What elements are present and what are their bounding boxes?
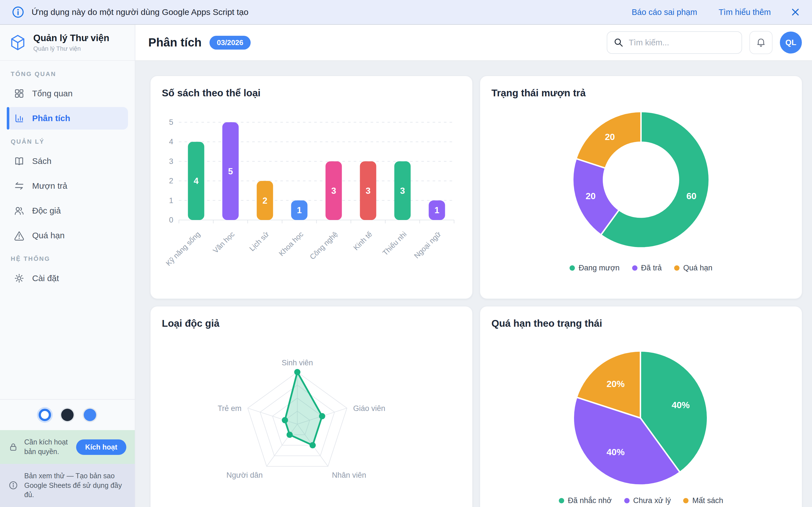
bar-value-label: 3 xyxy=(400,186,405,196)
section-label-overview: TỔNG QUAN xyxy=(11,70,124,78)
legend-marker xyxy=(624,498,629,503)
slice-value-label: 20 xyxy=(605,132,615,142)
radar-point-Sinh viên[interactable] xyxy=(294,369,301,375)
legend-item-Mất sách[interactable]: Mất sách xyxy=(683,496,723,505)
dashboard-icon xyxy=(13,88,25,99)
legend-marker xyxy=(559,498,564,503)
legend-marker xyxy=(674,265,679,271)
search-icon xyxy=(613,38,624,48)
legend-label: Chưa xử lý xyxy=(633,496,671,505)
card-books-by-category: Số sách theo thể loại 0123454Kỹ năng sốn… xyxy=(150,75,473,299)
sidebar-bottom: Cần kích hoạt bản quyền. Kích hoạt Bản x… xyxy=(0,399,135,507)
sidebar-item-cai-dat[interactable]: Cài đặt xyxy=(7,267,128,290)
legend-marker xyxy=(683,498,689,503)
radar-point-Giáo viên[interactable] xyxy=(319,413,325,419)
page-title: Phân tích xyxy=(148,36,202,49)
y-tick-label: 4 xyxy=(169,137,173,146)
banner-close-button[interactable] xyxy=(791,7,800,17)
bar-value-label: 1 xyxy=(297,205,302,215)
learn-more-link[interactable]: Tìm hiểu thêm xyxy=(719,8,771,17)
section-label-manage: QUẢN LÝ xyxy=(11,138,124,145)
radar-axis-label: Người dân xyxy=(226,471,263,480)
x-tick-label: Kỹ năng sống xyxy=(164,230,202,268)
bar-value-label: 3 xyxy=(331,186,336,196)
theme-dot-light[interactable] xyxy=(39,409,51,421)
sidebar-item-label: Quá hạn xyxy=(32,231,64,240)
radar-point-Trẻ em[interactable] xyxy=(282,417,288,424)
sidebar-item-muon-tra[interactable]: Mượn trả xyxy=(7,175,128,197)
banner-text: Ứng dụng này do một người dùng Google Ap… xyxy=(32,7,248,17)
notifications-button[interactable] xyxy=(749,31,772,54)
legend-item-Chưa xử lý[interactable]: Chưa xử lý xyxy=(624,496,671,505)
sidebar-item-tong-quan[interactable]: Tổng quan xyxy=(7,82,128,105)
slice-value-label: 20% xyxy=(606,379,624,389)
book-icon xyxy=(13,156,25,167)
app-subtitle: Quản lý Thư viện xyxy=(33,45,109,52)
sidebar-item-sach[interactable]: Sách xyxy=(7,150,128,172)
sidebar-nav: TỔNG QUAN Tổng quan Phân tích xyxy=(0,61,135,292)
search-input[interactable] xyxy=(629,38,735,47)
bar-value-label: 4 xyxy=(194,176,199,186)
content-area: Phân tích 03/2026 QL xyxy=(135,25,812,507)
trial-banner: Bản xem thử — Tạo bản sao Google Sheets … xyxy=(0,464,135,507)
legend-item-Đã nhắc nhở[interactable]: Đã nhắc nhở xyxy=(559,496,612,505)
card-title: Số sách theo thể loại xyxy=(162,87,461,99)
legend-item-Quá hạn[interactable]: Quá hạn xyxy=(674,264,712,272)
card-reader-types: Loại độc giả Sinh viênGiáo viênNhân viên… xyxy=(150,306,473,507)
slice-value-label: 60 xyxy=(687,191,697,201)
x-tick-label: Ngoại ngữ xyxy=(412,230,443,260)
radar-axis-label: Giáo viên xyxy=(353,404,385,413)
x-tick-label: Thiếu nhi xyxy=(381,230,408,257)
avatar[interactable]: QL xyxy=(780,32,802,54)
radar-axis-label: Trẻ em xyxy=(218,404,242,413)
license-banner: Cần kích hoạt bản quyền. Kích hoạt xyxy=(0,430,135,464)
sidebar-item-label: Sách xyxy=(32,156,51,166)
license-text: Cần kích hoạt bản quyền. xyxy=(24,438,70,457)
cube-logo-icon xyxy=(9,34,27,51)
legend-marker xyxy=(632,265,638,271)
radar-point-Người dân[interactable] xyxy=(287,432,293,438)
theme-dot-dark[interactable] xyxy=(61,409,73,421)
activate-button[interactable]: Kích hoạt xyxy=(76,439,126,455)
slice-value-label: 40% xyxy=(672,400,690,410)
warning-icon xyxy=(13,230,25,241)
y-tick-label: 2 xyxy=(169,177,173,185)
app-frame: Quản lý Thư viện Quản lý Thư viện TỔNG Q… xyxy=(0,25,812,507)
slice-value-label: 40% xyxy=(606,447,624,457)
section-label-system: HỆ THỐNG xyxy=(11,255,124,263)
sidebar-item-qua-han[interactable]: Quá hạn xyxy=(7,224,128,247)
sidebar-item-label: Độc giả xyxy=(32,206,61,216)
donut-legend: Đang mượnĐã trảQuá hạn xyxy=(492,264,791,272)
search-box xyxy=(607,31,742,54)
legend-marker xyxy=(569,265,575,271)
sidebar-item-phan-tich[interactable]: Phân tích xyxy=(7,107,128,129)
trial-text: Bản xem thử — Tạo bản sao Google Sheets … xyxy=(24,471,126,500)
theme-switcher xyxy=(0,399,135,430)
swap-arrows-icon xyxy=(13,180,25,191)
theme-dot-blue[interactable] xyxy=(84,409,96,421)
sidebar-item-label: Cài đặt xyxy=(32,274,59,283)
analytics-icon xyxy=(13,113,25,124)
radar-point-Nhân viên[interactable] xyxy=(310,442,316,448)
bar-value-label: 3 xyxy=(366,186,370,196)
gear-icon xyxy=(13,273,25,284)
slice-value-label: 20 xyxy=(586,191,596,201)
x-tick-label: Văn học xyxy=(211,230,236,255)
topbar: Phân tích 03/2026 QL xyxy=(135,25,812,61)
y-tick-label: 1 xyxy=(169,196,173,205)
card-title: Quá hạn theo trạng thái xyxy=(492,318,791,329)
legend-item-Đã trả[interactable]: Đã trả xyxy=(632,264,662,272)
radar-axis-label: Sinh viên xyxy=(282,358,313,367)
users-icon xyxy=(13,205,25,216)
legend-label: Đã trả xyxy=(641,264,662,272)
radar-chart: Sinh viênGiáo viênNhân viênNgười dânTrẻ … xyxy=(162,331,461,495)
legend-item-Đang mượn[interactable]: Đang mượn xyxy=(569,264,619,272)
report-abuse-link[interactable]: Báo cáo sai phạm xyxy=(632,8,697,17)
card-borrow-status: Trạng thái mượn trả 602020 Đang mượnĐã t… xyxy=(479,75,802,299)
info-icon xyxy=(12,6,24,18)
sidebar-item-doc-gia[interactable]: Độc giả xyxy=(7,200,128,222)
bar-value-label: 2 xyxy=(262,196,267,206)
pie-chart: 40%40%20% xyxy=(492,331,791,495)
x-tick-label: Lịch sử xyxy=(248,230,271,253)
apps-script-banner: Ứng dụng này do một người dùng Google Ap… xyxy=(0,0,812,25)
